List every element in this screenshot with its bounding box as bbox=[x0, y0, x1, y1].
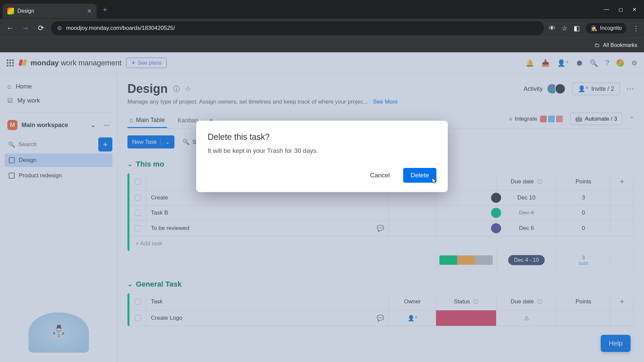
modal-backdrop[interactable]: Delete this task? It will be kept in you… bbox=[0, 0, 644, 362]
cursor-icon bbox=[431, 177, 438, 185]
cancel-button[interactable]: Cancel bbox=[363, 168, 397, 183]
delete-label: Delete bbox=[411, 172, 429, 179]
delete-button[interactable]: Delete bbox=[403, 168, 436, 183]
modal-title: Delete this task? bbox=[208, 132, 436, 142]
modal-body: It will be kept in your Trash for 30 day… bbox=[208, 147, 436, 155]
modal-actions: Cancel Delete bbox=[208, 168, 436, 183]
delete-task-modal: Delete this task? It will be kept in you… bbox=[196, 121, 448, 192]
